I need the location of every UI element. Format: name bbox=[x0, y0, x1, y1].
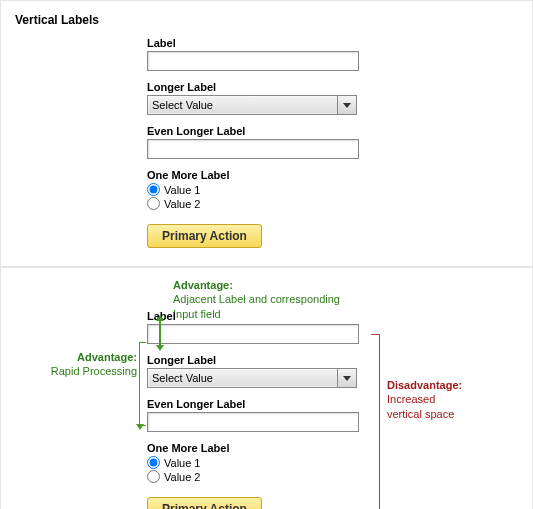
field-text: Label bbox=[147, 37, 357, 71]
annotation-title: Disadvantage: bbox=[387, 379, 462, 391]
svg-marker-1 bbox=[343, 376, 351, 381]
annotation-disadvantage: Disadvantage: Increased vertical space bbox=[387, 378, 462, 421]
select-dropdown[interactable]: Select Value bbox=[147, 95, 357, 115]
text-input[interactable] bbox=[147, 51, 359, 71]
radio-option-1[interactable]: Value 1 bbox=[147, 456, 357, 469]
radio-input[interactable] bbox=[147, 197, 160, 210]
arrow-down-icon bbox=[139, 342, 146, 426]
field-label: Label bbox=[147, 310, 357, 322]
field-select: Longer Label Select Value bbox=[147, 354, 357, 388]
field-select: Longer Label Select Value bbox=[147, 81, 357, 115]
annotation-text: Increased vertical space bbox=[387, 393, 454, 419]
field-label: Longer Label bbox=[147, 81, 357, 93]
bracket-icon bbox=[371, 334, 380, 509]
select-value: Select Value bbox=[152, 99, 213, 111]
form-block: Advantage: Adjacent Label and correspond… bbox=[147, 310, 357, 509]
radio-label: Value 2 bbox=[164, 471, 201, 483]
panel-vertical-labels: Vertical Labels Label Longer Label Selec… bbox=[0, 0, 533, 267]
annotation-advantage-rapid: Advantage: Rapid Processing bbox=[27, 350, 137, 379]
radio-label: Value 1 bbox=[164, 184, 201, 196]
primary-action-button[interactable]: Primary Action bbox=[147, 224, 262, 248]
annotation-title: Advantage: bbox=[77, 351, 137, 363]
field-radio: One More Label Value 1 Value 2 bbox=[147, 169, 357, 210]
field-text2: Even Longer Label bbox=[147, 398, 357, 432]
radio-option-1[interactable]: Value 1 bbox=[147, 183, 357, 196]
field-text: Label bbox=[147, 310, 357, 344]
field-label: Label bbox=[147, 37, 357, 49]
chevron-down-icon bbox=[337, 369, 356, 387]
field-label: Even Longer Label bbox=[147, 125, 357, 137]
text-input[interactable] bbox=[147, 412, 359, 432]
form-block: Label Longer Label Select Value Even Lon… bbox=[147, 37, 357, 248]
panel-annotated: Advantage: Adjacent Label and correspond… bbox=[0, 267, 533, 509]
field-label: One More Label bbox=[147, 442, 357, 454]
radio-input[interactable] bbox=[147, 456, 160, 469]
field-label: Even Longer Label bbox=[147, 398, 357, 410]
double-arrow-icon bbox=[159, 320, 161, 346]
select-value: Select Value bbox=[152, 372, 213, 384]
chevron-down-icon bbox=[337, 96, 356, 114]
radio-option-2[interactable]: Value 2 bbox=[147, 470, 357, 483]
field-label: Longer Label bbox=[147, 354, 357, 366]
svg-marker-0 bbox=[343, 103, 351, 108]
radio-input[interactable] bbox=[147, 183, 160, 196]
radio-input[interactable] bbox=[147, 470, 160, 483]
primary-action-button[interactable]: Primary Action bbox=[147, 497, 262, 509]
text-input[interactable] bbox=[147, 139, 359, 159]
radio-option-2[interactable]: Value 2 bbox=[147, 197, 357, 210]
annotation-text: Rapid Processing bbox=[51, 365, 137, 377]
field-text2: Even Longer Label bbox=[147, 125, 357, 159]
text-input[interactable] bbox=[147, 324, 359, 344]
annotation-title: Advantage: bbox=[173, 279, 233, 291]
radio-label: Value 1 bbox=[164, 457, 201, 469]
field-radio: One More Label Value 1 Value 2 bbox=[147, 442, 357, 483]
radio-label: Value 2 bbox=[164, 198, 201, 210]
select-dropdown[interactable]: Select Value bbox=[147, 368, 357, 388]
field-label: One More Label bbox=[147, 169, 357, 181]
panel-title: Vertical Labels bbox=[15, 13, 518, 27]
